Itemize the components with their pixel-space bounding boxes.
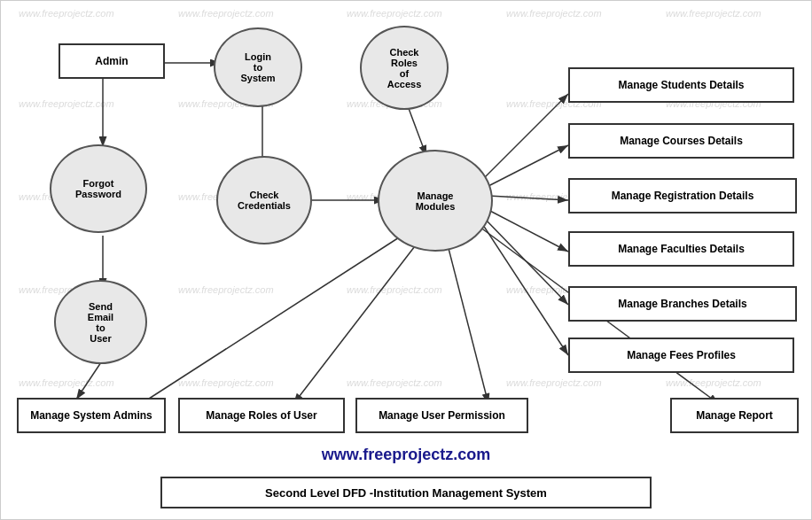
manage-faculties-node: Manage Faculties Details <box>568 231 794 267</box>
diagram-container: www.freeprojectz.com www.freeprojectz.co… <box>0 0 812 520</box>
svg-line-17 <box>134 231 409 408</box>
watermark-5: www.freeprojectz.com <box>666 8 761 19</box>
manage-students-node: Manage Students Details <box>568 67 794 103</box>
svg-line-12 <box>484 218 568 305</box>
manage-courses-node: Manage Courses Details <box>568 123 794 159</box>
svg-line-16 <box>444 231 488 404</box>
watermark-1: www.freeprojectz.com <box>19 8 114 19</box>
forgot-password-node: ForgotPassword <box>50 144 147 233</box>
svg-line-10 <box>488 196 568 200</box>
admin-node: Admin <box>59 43 165 79</box>
watermark-23: www.freeprojectz.com <box>347 377 442 388</box>
diagram-title-box: Second Level DFD -Institution Management… <box>160 477 652 508</box>
svg-line-11 <box>487 209 568 252</box>
manage-fees-node: Manage Fees Profiles <box>568 338 794 373</box>
watermark-3: www.freeprojectz.com <box>347 8 442 19</box>
manage-user-permission-node: Manage User Permission <box>355 398 528 433</box>
svg-line-7 <box>76 360 103 400</box>
watermark-21: www.freeprojectz.com <box>19 377 114 388</box>
check-credentials-node: CheckCredentials <box>216 156 312 244</box>
svg-line-9 <box>487 145 568 187</box>
watermark-4: www.freeprojectz.com <box>506 8 602 19</box>
manage-report-node: Manage Report <box>670 398 799 433</box>
svg-line-15 <box>293 231 426 404</box>
watermark-2: www.freeprojectz.com <box>178 8 274 19</box>
svg-line-13 <box>481 222 568 355</box>
watermark-6: www.freeprojectz.com <box>19 98 114 109</box>
manage-system-admins-node: Manage System Admins <box>17 398 166 433</box>
manage-roles-node: Manage Roles of User <box>178 398 345 433</box>
login-node: LogintoSystem <box>214 27 302 107</box>
send-email-node: SendEmailtoUser <box>54 280 147 364</box>
manage-modules-node: ManageModules <box>378 150 493 252</box>
watermark-25: www.freeprojectz.com <box>666 377 761 388</box>
watermark-17: www.freeprojectz.com <box>178 284 274 295</box>
check-roles-node: CheckRolesofAccess <box>360 26 449 110</box>
manage-branches-node: Manage Branches Details <box>568 286 797 322</box>
watermark-18: www.freeprojectz.com <box>347 284 442 295</box>
website-footer: www.freeprojectz.com <box>1 446 811 464</box>
watermark-24: www.freeprojectz.com <box>506 377 602 388</box>
svg-line-8 <box>484 94 568 178</box>
manage-registration-node: Manage Registration Details <box>568 178 797 213</box>
watermark-22: www.freeprojectz.com <box>178 377 274 388</box>
